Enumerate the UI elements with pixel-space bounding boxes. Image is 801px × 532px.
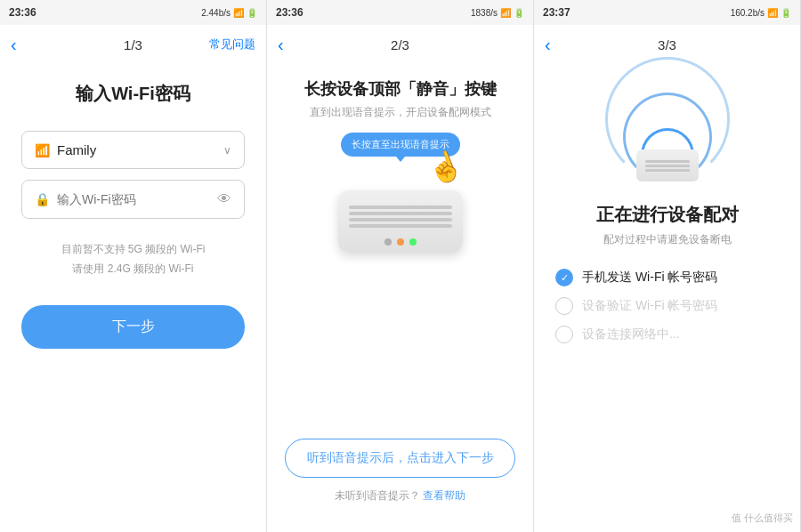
password-input[interactable] [57,192,217,206]
progress-item-2: 设备验证 Wi-Fi 帐号密码 [555,297,779,315]
device-small [636,149,699,181]
device-line [349,206,452,209]
time-3: 23:37 [543,6,570,19]
battery-icon-1: 🔋 [247,8,257,18]
device-small-line [645,160,690,163]
panel-2: 23:36 1838/s 📶 🔋 ‹ 2/3 长按设备顶部「静音」按键 直到出现… [267,0,534,532]
device-small-lines [645,160,690,172]
help-link[interactable]: 查看帮助 [423,489,465,502]
wifi-notice: 目前暂不支持 5G 频段的 Wi-Fi 请使用 2.4G 频段的 Wi-Fi [61,240,206,278]
wifi-icon: 📶 [35,143,50,157]
device-dot [397,238,404,246]
status-bar-3: 23:37 160.2b/s 📶 🔋 [534,0,800,25]
nav-progress-1: 1/3 [124,37,142,52]
device-dot [384,238,392,246]
panel-1: 23:36 2.44b/s 📶 🔋 ‹ 1/3 常见问题 输入Wi-Fi密码 📶… [0,0,267,532]
watermark: 值 什么值得买 [732,512,793,525]
back-button-3[interactable]: ‹ [545,35,551,55]
wifi-name: Family [57,142,96,157]
back-button-2[interactable]: ‹ [278,35,284,55]
help-text-label: 未听到语音提示？ [335,489,420,502]
progress-label-1: 手机发送 Wi-Fi 帐号密码 [582,270,717,286]
progress-item-3: 设备连接网络中... [555,326,779,343]
step-subtitle-2: 直到出现语音提示，开启设备配网模式 [310,105,491,120]
pairing-subtitle: 配对过程中请避免设备断电 [603,232,732,247]
device-dot [409,238,417,246]
device-line [349,224,452,228]
device-small-line [645,169,690,172]
signal-icon-2: 📶 [500,8,511,18]
progress-item-1: ✓ 手机发送 Wi-Fi 帐号密码 [555,269,779,286]
lock-icon: 🔒 [35,192,50,206]
time-1: 23:36 [9,6,36,19]
status-bar-1: 23:36 2.44b/s 📶 🔋 [0,0,266,25]
next-button-1[interactable]: 下一步 [21,305,245,349]
nav-progress-3: 3/3 [658,37,676,52]
panel-3: 23:37 160.2b/s 📶 🔋 ‹ 3/3 正在进行设备配对 配对过程中请… [534,0,801,532]
panel1-content: 输入Wi-Fi密码 📶 Family ∨ 🔒 👁 目前暂不支持 5G 频段的 W… [0,64,266,532]
notice-line-1: 目前暂不支持 5G 频段的 Wi-Fi [61,240,206,260]
chevron-down-icon: ∨ [223,144,231,157]
device-lines [338,198,463,235]
eye-icon[interactable]: 👁 [217,191,231,207]
panel2-content: 长按设备顶部「静音」按键 直到出现语音提示，开启设备配网模式 长按直至出现语音提… [267,64,533,532]
device-illustration: 长按直至出现语音提示 ☝️ [320,141,481,302]
time-2: 23:36 [276,6,303,19]
notice-line-2: 请使用 2.4G 频段的 Wi-Fi [61,260,206,279]
signal-icon-3: 📶 [767,8,778,18]
wifi-select-box[interactable]: 📶 Family ∨ [21,131,245,169]
status-icons-1: 2.44b/s 📶 🔋 [201,8,257,18]
help-text: 未听到语音提示？ 查看帮助 [335,488,465,504]
password-box[interactable]: 🔒 👁 [21,180,245,219]
nav-bar-1: ‹ 1/3 常见问题 [0,25,266,64]
page-title-1: 输入Wi-Fi密码 [76,82,190,106]
empty-circle-2 [555,297,573,315]
pairing-title: 正在进行设备配对 [596,203,739,227]
back-button-1[interactable]: ‹ [11,35,17,55]
device-small-line [645,165,690,167]
nav-progress-2: 2/3 [391,37,409,52]
status-icons-2: 1838/s 📶 🔋 [471,8,524,18]
network-speed-1: 2.44b/s [201,8,231,18]
progress-label-3: 设备连接网络中... [582,326,680,343]
device-line [349,218,452,222]
progress-list: ✓ 手机发送 Wi-Fi 帐号密码 设备验证 Wi-Fi 帐号密码 设备连接网络… [555,269,779,343]
status-icons-3: 160.2b/s 📶 🔋 [731,8,791,18]
wifi-animation [596,93,739,181]
faq-link-1[interactable]: 常见问题 [209,36,255,52]
battery-icon-3: 🔋 [781,8,791,18]
wifi-select-left: 📶 Family [35,142,96,157]
device-dots [384,238,417,246]
network-speed-2: 1838/s [471,8,498,18]
nav-bar-2: ‹ 2/3 [267,25,533,64]
check-circle-1: ✓ [555,269,573,286]
device-body [338,190,463,253]
battery-icon-2: 🔋 [514,8,524,18]
step-title-2: 长按设备顶部「静音」按键 [304,78,497,100]
progress-label-2: 设备验证 Wi-Fi 帐号密码 [582,298,717,314]
network-speed-3: 160.2b/s [731,8,765,18]
next-button-2[interactable]: 听到语音提示后，点击进入下一步 [285,439,515,478]
status-bar-2: 23:36 1838/s 📶 🔋 [267,0,533,25]
empty-circle-3 [555,326,573,343]
panel3-content: 正在进行设备配对 配对过程中请避免设备断电 ✓ 手机发送 Wi-Fi 帐号密码 … [534,64,800,532]
device-line [349,212,452,215]
signal-icon-1: 📶 [233,8,244,18]
